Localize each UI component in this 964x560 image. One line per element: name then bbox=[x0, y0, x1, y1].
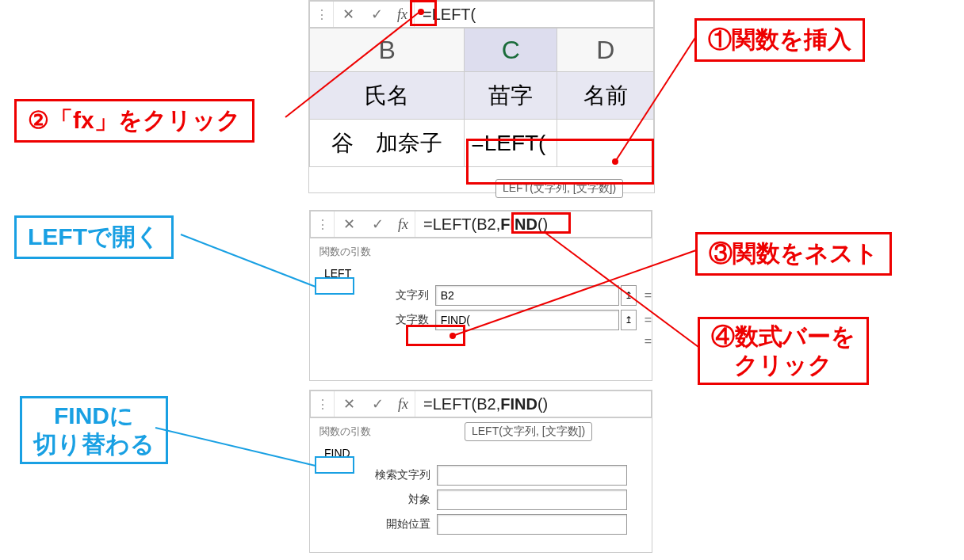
pointer-dot bbox=[418, 9, 424, 15]
pointer-dot bbox=[612, 158, 618, 165]
fx-button[interactable]: fx bbox=[392, 211, 415, 237]
arg-label-start: 開始位置 bbox=[373, 517, 437, 531]
formula-text-3[interactable]: =LEFT(B2,FIND() bbox=[415, 395, 548, 413]
arg-label-search: 検索文字列 bbox=[373, 468, 437, 482]
col-header-C[interactable]: C bbox=[465, 29, 557, 72]
callout-find-switch: FINDに切り替わる bbox=[20, 396, 168, 464]
ref-select-icon[interactable]: ↥ bbox=[621, 285, 636, 306]
callout-left-open: LEFTで開く bbox=[14, 215, 174, 259]
col-header-D[interactable]: D bbox=[557, 29, 654, 72]
arg-input-target[interactable] bbox=[437, 490, 627, 510]
formula-bar-3[interactable]: ⋮ ✕ ✓ fx =LEFT(B2,FIND() bbox=[310, 390, 652, 417]
callout-3: ③関数をネスト bbox=[695, 232, 892, 276]
hilite-cell-range bbox=[466, 139, 654, 185]
equals-sign: = bbox=[645, 334, 652, 349]
callout-2: ②「fx」をクリック bbox=[14, 99, 254, 143]
arg-input-str[interactable] bbox=[435, 285, 620, 306]
cell-D1[interactable]: 名前 bbox=[557, 72, 654, 120]
arg-input-search[interactable] bbox=[437, 465, 627, 486]
cancel-icon[interactable]: ✕ bbox=[334, 2, 362, 27]
hilite-find-in-input bbox=[406, 325, 465, 346]
cell-B2[interactable]: 谷 加奈子 bbox=[310, 120, 465, 167]
cell-B1[interactable]: 氏名 bbox=[310, 72, 465, 120]
enter-icon[interactable]: ✓ bbox=[363, 391, 392, 417]
callout-1: ①関数を挿入 bbox=[694, 18, 865, 62]
callout-4: ④数式バーをクリック bbox=[698, 317, 869, 385]
arg-input-start[interactable] bbox=[437, 514, 627, 535]
equals-sign: = bbox=[645, 288, 652, 303]
svg-line-4 bbox=[181, 234, 316, 287]
ref-select-icon[interactable]: ↥ bbox=[621, 310, 636, 330]
enter-icon[interactable]: ✓ bbox=[363, 211, 392, 237]
pointer-dot bbox=[449, 333, 456, 339]
svg-line-5 bbox=[155, 428, 316, 466]
cancel-icon[interactable]: ✕ bbox=[335, 391, 363, 417]
cell-C1[interactable]: 苗字 bbox=[465, 72, 557, 120]
formula-tooltip: LEFT(文字列, [文字数]) bbox=[465, 422, 592, 441]
hilite-find-name bbox=[315, 456, 354, 474]
formula-bar-2[interactable]: ⋮ ✕ ✓ fx =LEFT(B2,FIND() bbox=[310, 211, 652, 238]
enter-icon[interactable]: ✓ bbox=[362, 2, 391, 27]
args-dialog-title: 関数の引数 bbox=[310, 238, 652, 265]
more-icon[interactable]: ⋮ bbox=[311, 211, 335, 237]
formula-bar[interactable]: ⋮ ✕ ✓ fx =LEFT( bbox=[309, 1, 654, 28]
hilite-left-name bbox=[315, 277, 354, 295]
fx-button[interactable]: fx bbox=[392, 391, 415, 417]
more-icon[interactable]: ⋮ bbox=[311, 391, 335, 417]
col-header-B[interactable]: B bbox=[310, 29, 465, 72]
panel-3-function-args: ⋮ ✕ ✓ fx =LEFT(B2,FIND() 関数の引数 LEFT(文字列,… bbox=[309, 390, 652, 553]
hilite-find-in-formula bbox=[511, 212, 571, 234]
cancel-icon[interactable]: ✕ bbox=[335, 211, 363, 237]
arg-label-str: 文字列 bbox=[373, 288, 435, 303]
arg-label-target: 対象 bbox=[373, 493, 437, 507]
more-icon[interactable]: ⋮ bbox=[310, 2, 334, 27]
equals-sign: = bbox=[645, 313, 652, 327]
panel-2-function-args: ⋮ ✕ ✓ fx =LEFT(B2,FIND() 関数の引数 LEFT 文字列 … bbox=[309, 210, 652, 381]
